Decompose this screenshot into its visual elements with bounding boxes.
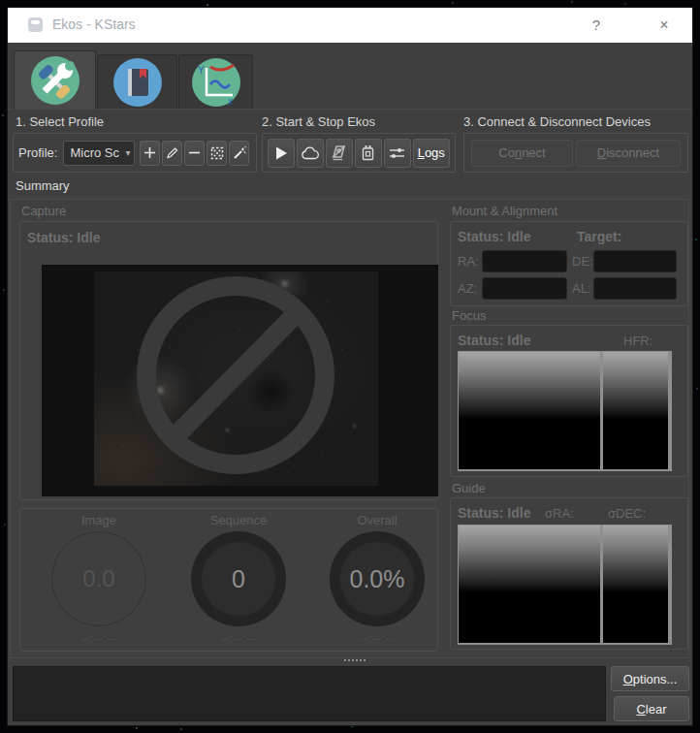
edit-profile-button[interactable] [162,141,182,166]
ekos-window: Ekos - KStars ? × [8,8,692,725]
mount-status: Status: Idle [458,229,530,244]
guide-drift-plot [459,526,600,643]
guide-status-value: Idle [507,505,530,521]
sky-background-stars [0,0,2,2]
disconnect-label-accel: D [597,145,606,160]
image-gauge: 0.0 [51,531,146,626]
guide-group-title: Guide [452,481,486,495]
sequence-gauge-label: Sequence [191,513,286,527]
focus-plots [458,351,672,471]
wrench-screwdriver-icon [30,55,80,106]
analyze-chart-icon: Y x [191,57,241,108]
mount-group-title: Mount & Alignment [452,204,557,218]
help-button[interactable]: ? [582,14,611,37]
mount-target-label: Target: [577,229,621,244]
focus-status-label: Status: [458,333,503,348]
az-field [482,277,567,300]
indi-logo-crossed-icon [331,144,348,161]
no-capture-icon [94,271,378,486]
clear-button[interactable]: Clear [614,696,689,721]
select-profile-title: 1. Select Profile [16,114,104,129]
fits-viewer-button[interactable] [355,139,382,168]
tab-summary[interactable]: Summary [16,178,70,193]
start-stop-title: 2. Start & Stop Ekos [262,114,375,129]
sequence-gauge: 0 [191,531,286,626]
image-gauge-value: 0.0 [82,565,114,592]
sigma-dec-label: σDEC: [608,506,646,521]
plus-icon [143,146,156,159]
guide-status: Status: Idle [458,505,530,521]
overall-gauge-label: Overall [330,513,425,527]
clear-label-accel: C [636,702,645,717]
image-gauge-time: --:--:-- [51,632,146,644]
tab-analyze[interactable]: Y x [178,54,253,110]
minus-icon [188,146,201,159]
guide-status-label: Status: [458,505,503,521]
al-field [593,277,677,300]
indi-control-panel-button[interactable] [326,139,353,168]
app-icon [28,17,43,32]
capture-status-value: Idle [77,230,100,245]
sequence-gauge-time: --:--:-- [191,632,286,644]
close-button[interactable]: × [650,14,679,37]
tabbar-divider [8,109,692,110]
magic-wand-icon [233,146,246,160]
device-screen-icon [361,144,375,161]
logs-label: ogs [425,145,445,160]
de-field [593,250,677,272]
sequence-gauge-value: 0 [232,565,245,593]
ekos-live-button[interactable] [297,139,324,168]
play-icon [273,145,289,161]
tab-setup[interactable] [14,50,96,110]
log-textarea[interactable] [13,666,606,721]
logs-button[interactable]: Logs [413,139,450,168]
options-label-rest: ptions... [633,672,678,686]
focus-group-title: Focus [452,308,486,323]
clear-label-rest: lear [646,702,667,717]
guide-sigma-plot [603,526,668,643]
add-profile-button[interactable] [140,141,160,166]
options-label-accel: O [623,672,633,686]
ra-field [482,250,567,272]
mount-status-value: Idle [507,229,530,244]
connect-disconnect-title: 3. Connect & Disconnect Devices [463,114,651,129]
capture-status-label: Status: [27,230,73,245]
focus-status: Status: Idle [458,333,530,348]
sigma-ra-label: σRA: [545,506,574,521]
splitter-handle[interactable] [344,659,366,661]
disconnect-label-rest: isconnect [606,145,659,160]
options-button[interactable]: Options... [611,666,689,691]
screen: Ekos - KStars ? × [0,0,700,733]
tab-logbook[interactable] [97,54,177,110]
focus-profile-plot [459,352,600,469]
overall-gauge: 0.0% [330,531,425,626]
focus-status-value: Idle [507,333,530,348]
capture-preview [42,265,438,496]
profile-label: Profile: [18,145,57,160]
connect-label-pre: Co [498,145,515,160]
custom-drivers-button[interactable] [207,141,227,166]
custom-drivers-icon [210,146,224,160]
preview-image [94,271,378,486]
disconnect-button[interactable]: Disconnect [576,140,681,167]
start-ekos-button[interactable] [268,139,295,168]
ekos-options-button[interactable] [384,139,411,168]
connect-label-rest: nect [522,145,546,160]
profile-group: Profile: Micro Sc ▾ [13,133,257,173]
profile-dropdown[interactable]: Micro Sc ▾ [63,141,135,166]
remove-profile-button[interactable] [184,141,205,166]
image-gauge-label: Image [51,513,146,527]
overall-gauge-value: 0.0% [350,565,405,593]
capture-group-title: Capture [21,204,66,218]
capture-status: Status: Idle [27,230,100,245]
guide-plots [458,525,672,645]
de-label: DE: [572,254,593,269]
profile-wizard-button[interactable] [229,141,249,166]
titlebar: Ekos - KStars ? × [8,8,692,43]
pencil-icon [166,146,178,159]
focus-hfr-plot [603,352,668,469]
sliders-icon [389,146,405,160]
mount-status-label: Status: [458,229,503,244]
az-label: AZ: [458,281,477,296]
connect-button[interactable]: Connect [471,140,573,167]
